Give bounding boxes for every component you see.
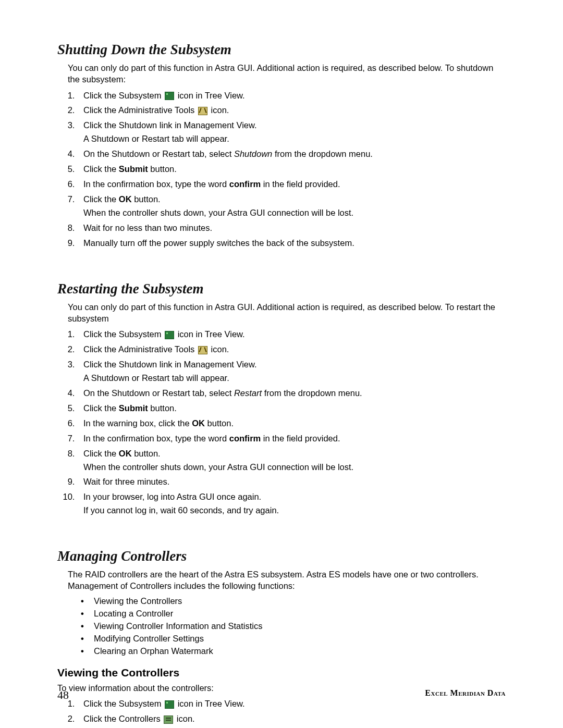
step-item: On the Shutdown or Restart tab, select R…: [77, 387, 506, 400]
step-text: button.: [148, 403, 177, 413]
step-item: On the Shutdown or Restart tab, select S…: [77, 148, 506, 161]
step-text: icon in Tree View.: [175, 329, 245, 339]
step-text: Click the Shutdown link in Management Vi…: [83, 360, 257, 369]
step-text-bold: Submit: [119, 164, 148, 174]
steps-shutting-down: Click the Subsystem icon in Tree View. C…: [77, 90, 506, 250]
list-item: Clearing an Orphan Watermark: [89, 646, 506, 656]
step-item: Click the Administrative Tools icon.: [77, 104, 506, 117]
page-number: 48: [57, 688, 69, 701]
step-text: button.: [148, 164, 177, 174]
step-subtext: When the controller shuts down, your Ast…: [83, 461, 506, 474]
intro-restarting: You can only do part of this function in…: [68, 301, 506, 325]
step-item: Click the Controllers icon.: [77, 713, 506, 725]
step-text: On the Shutdown or Restart tab, select: [83, 149, 234, 158]
list-item: Modifying Controller Settings: [89, 634, 506, 644]
bullet-list-functions: Viewing the Controllers Locating a Contr…: [89, 596, 506, 656]
step-text: Click the: [83, 194, 119, 204]
intro-shutting-down: You can only do part of this function in…: [68, 62, 506, 85]
step-text: from the dropdown menu.: [262, 388, 362, 398]
step-text-bold: OK: [119, 194, 132, 204]
step-subtext: A Shutdown or Restart tab will appear.: [83, 133, 506, 145]
list-item: Locating a Controller: [89, 609, 506, 619]
heading-managing-controllers: Managing Controllers: [57, 548, 506, 564]
step-text-italic: Shutdown: [234, 149, 272, 158]
page-footer: 48 Excel Meridian Data: [57, 688, 506, 702]
step-text: icon.: [174, 714, 194, 723]
step-item: Click the Shutdown link in Management Vi…: [77, 119, 506, 145]
step-item: Click the Submit button.: [77, 402, 506, 415]
step-text: button.: [205, 418, 234, 428]
step-item: Click the Subsystem icon in Tree View.: [77, 90, 506, 102]
step-text-bold: Submit: [119, 403, 148, 413]
step-text: icon.: [209, 105, 229, 115]
step-text: Click the Administrative Tools: [83, 344, 197, 354]
step-item: Wait for no less than two minutes.: [77, 222, 506, 235]
footer-brand: Excel Meridian Data: [425, 688, 506, 698]
step-text: In the confirmation box, type the word: [83, 179, 229, 189]
step-text: In the confirmation box, type the word: [83, 434, 229, 443]
intro-managing: The RAID controllers are the heart of th…: [68, 569, 506, 592]
step-text: Click the Controllers: [83, 714, 163, 723]
list-item: Viewing Controller Information and Stati…: [89, 621, 506, 631]
subheading-viewing-controllers: Viewing the Controllers: [57, 667, 506, 679]
step-text: Click the Administrative Tools: [83, 105, 197, 115]
controllers-icon: [164, 715, 173, 724]
step-item: Wait for three minutes.: [77, 476, 506, 488]
heading-restarting: Restarting the Subsystem: [57, 281, 506, 297]
step-item: Click the OK button. When the controller…: [77, 193, 506, 219]
step-item: In your browser, log into Astra GUI once…: [77, 491, 506, 517]
subsystem-icon: [165, 331, 174, 339]
heading-shutting-down: Shutting Down the Subsystem: [57, 42, 506, 58]
step-text-bold: confirm: [229, 179, 261, 189]
step-item: Click the Shutdown link in Management Vi…: [77, 359, 506, 385]
admin-tools-icon: [198, 346, 207, 354]
step-item: Click the Subsystem icon in Tree View.: [77, 328, 506, 341]
step-text: button.: [132, 449, 161, 458]
step-text: button.: [132, 194, 161, 204]
steps-restarting: Click the Subsystem icon in Tree View. C…: [77, 328, 506, 517]
step-text: In your browser, log into Astra GUI once…: [83, 492, 261, 501]
step-item: Click the OK button. When the controller…: [77, 448, 506, 474]
step-subtext: A Shutdown or Restart tab will appear.: [83, 372, 506, 385]
step-item: Click the Administrative Tools icon.: [77, 343, 506, 356]
step-item: In the confirmation box, type the word c…: [77, 433, 506, 445]
admin-tools-icon: [198, 107, 207, 115]
step-text: icon.: [209, 344, 229, 354]
step-item: Manually turn off the power supply switc…: [77, 237, 506, 250]
step-text: Click the Shutdown link in Management Vi…: [83, 120, 257, 130]
step-text: in the field provided.: [261, 434, 340, 443]
step-text: Click the Subsystem: [83, 329, 164, 339]
step-item: Click the Submit button.: [77, 163, 506, 176]
subsystem-icon: [165, 92, 174, 100]
step-text-bold: OK: [192, 418, 205, 428]
step-text: Click the: [83, 164, 119, 174]
step-subtext: When the controller shuts down, your Ast…: [83, 207, 506, 219]
step-subtext: If you cannot log in, wait 60 seconds, a…: [83, 504, 506, 517]
list-item: Viewing the Controllers: [89, 596, 506, 606]
step-text: In the warning box, click the: [83, 418, 192, 428]
step-text: On the Shutdown or Restart tab, select: [83, 388, 234, 398]
step-text-bold: OK: [119, 449, 132, 458]
step-item: In the confirmation box, type the word c…: [77, 178, 506, 191]
step-text: icon in Tree View.: [175, 91, 245, 100]
step-text-italic: Restart: [234, 388, 262, 398]
document-page: Shutting Down the Subsystem You can only…: [0, 0, 563, 728]
step-text: Click the: [83, 403, 119, 413]
step-text: Click the Subsystem: [83, 91, 164, 100]
step-text-bold: confirm: [229, 434, 261, 443]
step-text: Click the: [83, 449, 119, 458]
step-text: in the field provided.: [261, 179, 340, 189]
step-item: In the warning box, click the OK button.: [77, 417, 506, 430]
step-text: from the dropdown menu.: [272, 149, 373, 158]
